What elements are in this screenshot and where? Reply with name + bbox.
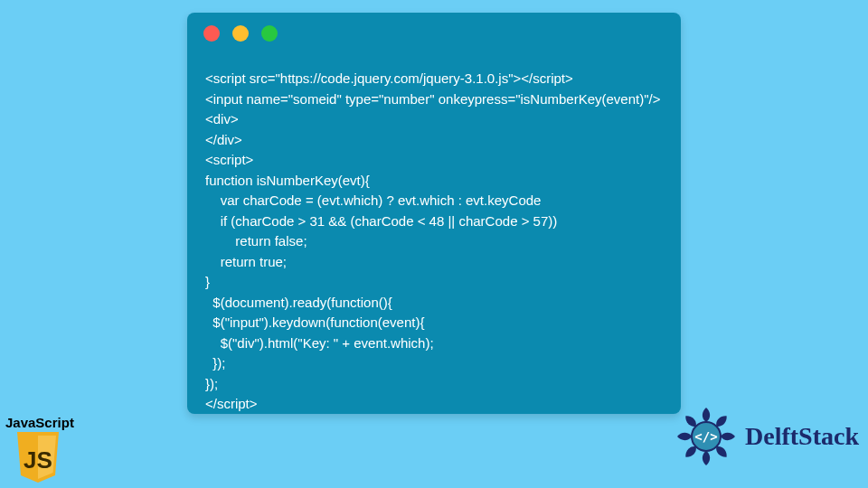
code-block: <script src="https://code.jquery.com/jqu…: [205, 69, 663, 415]
javascript-shield-icon: JS: [15, 432, 61, 483]
delftstack-logo-icon: </>: [675, 405, 738, 468]
minimize-icon[interactable]: [232, 25, 249, 42]
window-titlebar: [187, 13, 681, 54]
delftstack-brand: </> DelftStack: [675, 405, 859, 468]
javascript-label: JavaScript: [5, 415, 71, 430]
javascript-badge: JavaScript JS: [5, 415, 71, 483]
close-icon[interactable]: [203, 25, 220, 42]
delftstack-text: DelftStack: [745, 422, 859, 451]
svg-text:</>: </>: [694, 429, 717, 444]
maximize-icon[interactable]: [261, 25, 278, 42]
js-logo-text: JS: [24, 446, 52, 474]
code-card: <script src="https://code.jquery.com/jqu…: [187, 13, 681, 414]
